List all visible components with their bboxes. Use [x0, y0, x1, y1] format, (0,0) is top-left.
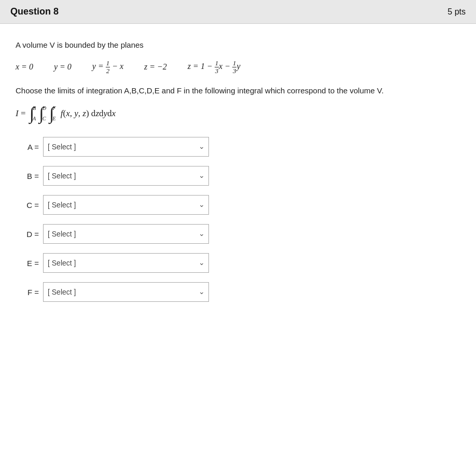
dropdown-wrapper-D: [ Select ] — [43, 224, 209, 244]
dropdown-wrapper-C: [ Select ] — [43, 195, 209, 215]
eq-y0: y = 0 — [54, 62, 72, 72]
select-C[interactable]: [ Select ] — [43, 195, 209, 215]
select-E[interactable]: [ Select ] — [43, 253, 209, 273]
label-F: F = — [16, 288, 39, 297]
select-D[interactable]: [ Select ] — [43, 224, 209, 244]
select-A[interactable]: [ Select ] — [43, 137, 209, 157]
eq-z-neg2: z = −2 — [144, 62, 167, 72]
limits-AB: B A — [33, 105, 36, 122]
choose-text: Choose the limits of integration A,B,C,D… — [16, 85, 460, 97]
label-A: A = — [16, 143, 39, 151]
content-area: A volume V is bounded by the planes x = … — [0, 24, 476, 327]
label-E: E = — [16, 259, 39, 268]
limits-EF: F E — [52, 105, 55, 122]
dropdown-row-D: D = [ Select ] — [16, 224, 460, 244]
int-group-1: ∫ B A — [29, 105, 38, 122]
select-F[interactable]: [ Select ] — [43, 282, 209, 302]
dropdown-row-A: A = [ Select ] — [16, 137, 460, 157]
dropdown-wrapper-B: [ Select ] — [43, 166, 209, 186]
label-C: C = — [16, 201, 39, 210]
eq-x: x = 0 — [16, 62, 33, 72]
dropdown-wrapper-F: [ Select ] — [43, 282, 209, 302]
page-container: Question 8 5 pts A volume V is bounded b… — [0, 0, 476, 459]
label-B: B = — [16, 172, 39, 180]
intro-text: A volume V is bounded by the planes — [16, 39, 460, 51]
integral-I: I = — [16, 108, 28, 119]
limits-CD: D C — [43, 105, 46, 122]
label-D: D = — [16, 230, 39, 239]
select-B[interactable]: [ Select ] — [43, 166, 209, 186]
question-points: 5 pts — [447, 7, 466, 17]
dropdown-row-C: C = [ Select ] — [16, 195, 460, 215]
integral-function: f(x, y, z) dzdydx — [59, 108, 116, 119]
integral-display: I = ∫ B A ∫ D C ∫ F — [16, 105, 460, 122]
dropdowns-area: A = [ Select ] B = [ Select ] C = — [16, 137, 460, 311]
dropdown-row-B: B = [ Select ] — [16, 166, 460, 186]
dropdown-row-E: E = [ Select ] — [16, 253, 460, 273]
question-title: Question 8 — [10, 6, 59, 17]
dropdown-wrapper-E: [ Select ] — [43, 253, 209, 273]
int-group-3: ∫ F E — [49, 105, 58, 122]
eq-y-half: y = 12 − x — [92, 60, 123, 75]
eq-z-top: z = 1 − 13x − 13y — [188, 60, 241, 75]
question-header: Question 8 5 pts — [0, 0, 476, 24]
equations-row: x = 0 y = 0 y = 12 − x z = −2 z = 1 − 13… — [16, 60, 460, 75]
dropdown-row-F: F = [ Select ] — [16, 282, 460, 302]
dropdown-wrapper-A: [ Select ] — [43, 137, 209, 157]
int-group-2: ∫ D C — [38, 105, 48, 122]
